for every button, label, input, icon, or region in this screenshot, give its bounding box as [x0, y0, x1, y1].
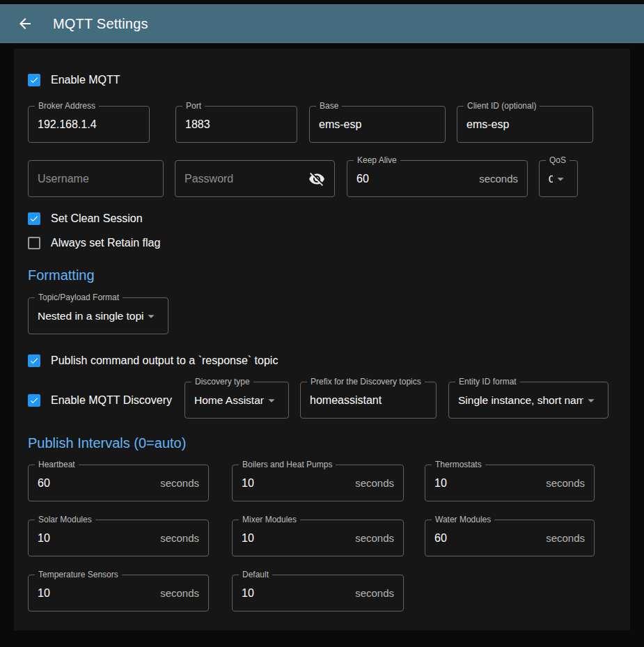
boilers-input[interactable]	[242, 477, 350, 490]
select-value: Home Assistant	[194, 394, 264, 407]
mixer-field: Mixer Modules seconds	[232, 520, 404, 556]
checkbox-icon[interactable]	[28, 74, 40, 86]
chevron-down-icon	[264, 393, 279, 408]
chevron-down-icon	[143, 309, 159, 324]
discovery-type-select[interactable]: Discovery type Home Assistant	[184, 382, 289, 419]
checkbox-icon[interactable]	[28, 394, 40, 407]
field-label: Discovery type	[191, 377, 253, 387]
checkbox-label: Always set Retain flag	[51, 237, 160, 249]
intervals-row-2: Solar Modules seconds Mixer Modules seco…	[28, 520, 618, 556]
select-value: Nested in a single topic	[38, 310, 143, 322]
default-interval-input[interactable]	[242, 587, 350, 600]
entity-id-format-select[interactable]: Entity ID format Single instance, short …	[448, 382, 608, 419]
chevron-down-icon	[583, 393, 599, 408]
temperature-sensors-input[interactable]	[38, 587, 155, 600]
field-label: Thermostats	[432, 460, 485, 469]
water-field: Water Modules seconds	[425, 520, 595, 556]
checkbox-label: Enable MQTT	[51, 74, 120, 86]
field-label: Temperature Sensors	[35, 570, 122, 579]
visibility-off-icon[interactable]	[308, 171, 325, 187]
broker-address-field: Broker Address	[28, 106, 150, 143]
unit-suffix: seconds	[350, 532, 394, 544]
check-icon	[29, 213, 39, 224]
check-icon	[29, 395, 39, 406]
heartbeat-field: Heartbeat seconds	[28, 465, 209, 501]
field-label: Default	[239, 570, 272, 579]
broker-address-input[interactable]	[38, 118, 140, 131]
check-icon	[29, 75, 39, 86]
username-input[interactable]	[38, 173, 154, 185]
intervals-row-1: Heartbeat seconds Boilers and Heat Pumps…	[28, 465, 618, 501]
keep-alive-field: Keep Alive seconds	[347, 160, 528, 197]
default-interval-field: Default seconds	[232, 575, 404, 611]
intervals-section-title: Publish Intervals (0=auto)	[28, 435, 618, 451]
discovery-prefix-input[interactable]	[310, 394, 427, 407]
field-label: Keep Alive	[354, 155, 400, 165]
discovery-row: Enable MQTT Discovery Discovery type Hom…	[28, 382, 618, 419]
discovery-prefix-field: Prefix for the Discovery topics	[300, 382, 437, 419]
checkbox-icon[interactable]	[28, 354, 40, 367]
unit-suffix: seconds	[540, 532, 585, 544]
boilers-field: Boilers and Heat Pumps seconds	[232, 465, 404, 501]
topic-format-select[interactable]: Topic/Payload Format Nested in a single …	[28, 297, 168, 334]
qos-select[interactable]: QoS 0	[539, 160, 578, 197]
unit-suffix: seconds	[540, 477, 585, 489]
clean-session-checkbox[interactable]: Set Clean Session	[28, 212, 618, 225]
water-input[interactable]	[434, 532, 540, 545]
unit-suffix: seconds	[155, 532, 199, 544]
unit-suffix: seconds	[350, 587, 394, 599]
unit-suffix: seconds	[155, 477, 199, 489]
heartbeat-input[interactable]	[38, 477, 155, 490]
thermostats-field: Thermostats seconds	[425, 465, 595, 501]
field-label: Water Modules	[432, 515, 494, 524]
checkbox-label: Set Clean Session	[51, 212, 143, 225]
app-bar: MQTT Settings	[0, 4, 644, 43]
topic-format-row: Topic/Payload Format Nested in a single …	[28, 297, 618, 334]
field-label: Prefix for the Discovery topics	[307, 377, 425, 387]
mixer-input[interactable]	[242, 532, 350, 545]
solar-field: Solar Modules seconds	[28, 520, 209, 556]
intervals-row-3: Temperature Sensors seconds Default seco…	[28, 575, 618, 611]
unit-suffix: seconds	[155, 587, 199, 599]
checkbox-icon[interactable]	[28, 212, 40, 225]
port-input[interactable]	[185, 118, 288, 131]
arrow-left-icon	[17, 15, 33, 32]
broker-row: Broker Address Port Base Client ID (opti…	[28, 106, 618, 143]
chevron-down-icon	[553, 171, 568, 187]
field-label: Base	[316, 101, 342, 111]
checkbox-label: Enable MQTT Discovery	[51, 394, 172, 407]
field-label: Entity ID format	[455, 377, 520, 387]
field-label: Boilers and Heat Pumps	[239, 460, 336, 469]
client-id-input[interactable]	[466, 118, 583, 131]
checkbox-label: Publish command output to a `response` t…	[51, 354, 278, 367]
password-input[interactable]	[184, 173, 308, 185]
temperature-sensors-field: Temperature Sensors seconds	[28, 575, 209, 611]
keep-alive-input[interactable]	[356, 173, 473, 185]
enable-mqtt-checkbox[interactable]: Enable MQTT	[28, 74, 618, 86]
client-id-field: Client ID (optional)	[457, 106, 593, 143]
settings-panel: Enable MQTT Broker Address Port Base Cli…	[14, 49, 630, 630]
formatting-section-title: Formatting	[28, 267, 618, 283]
base-field: Base	[309, 106, 446, 143]
check-icon	[29, 355, 39, 366]
field-label: Port	[182, 101, 205, 111]
page-title: MQTT Settings	[53, 16, 148, 32]
publish-response-checkbox[interactable]: Publish command output to a `response` t…	[28, 354, 618, 367]
field-label: Heartbeat	[35, 460, 79, 469]
base-input[interactable]	[319, 118, 436, 131]
field-label: Topic/Payload Format	[35, 293, 123, 302]
field-label: Client ID (optional)	[464, 101, 540, 111]
thermostats-input[interactable]	[434, 477, 540, 490]
field-label: Solar Modules	[35, 515, 95, 524]
password-field	[175, 160, 335, 197]
field-label: QoS	[546, 155, 570, 165]
checkbox-icon[interactable]	[28, 237, 40, 249]
port-field: Port	[175, 106, 297, 143]
credentials-row: Keep Alive seconds QoS 0	[28, 160, 618, 197]
unit-suffix: seconds	[350, 477, 394, 489]
solar-input[interactable]	[38, 532, 155, 545]
enable-discovery-checkbox[interactable]: Enable MQTT Discovery	[28, 394, 184, 407]
unit-suffix: seconds	[473, 173, 518, 185]
back-button[interactable]	[17, 15, 33, 32]
retain-flag-checkbox[interactable]: Always set Retain flag	[28, 237, 618, 249]
